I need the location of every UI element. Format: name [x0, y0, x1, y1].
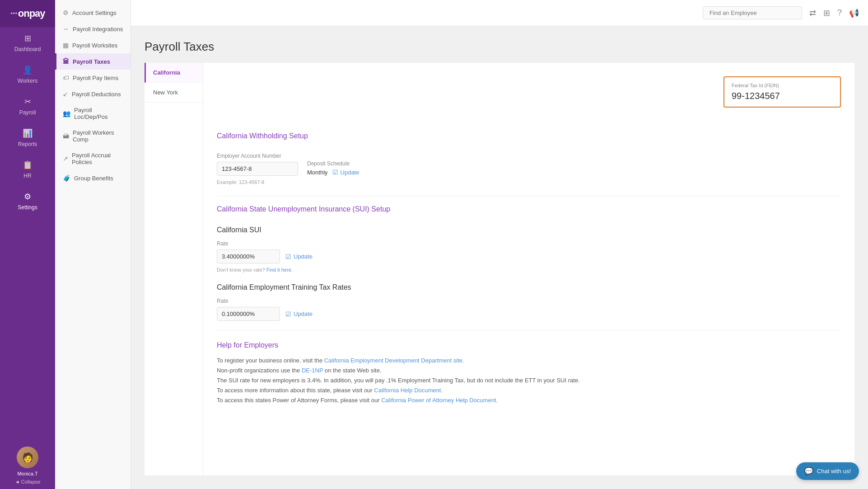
transfer-icon[interactable]: ⇄: [809, 8, 816, 18]
sidebar-secondary-item-payroll-integrations[interactable]: ↔ Payroll Integrations: [55, 21, 131, 37]
pay-items-icon: 🏷: [63, 74, 69, 81]
sui-rate-label: Rate: [217, 240, 841, 247]
sidebar-secondary-item-payroll-worksites[interactable]: ▦ Payroll Worksites: [55, 37, 131, 53]
avatar: 🧑: [17, 447, 38, 468]
ettr-subsection-title: California Employment Training Tax Rates: [217, 283, 841, 292]
fein-value: 99-1234567: [732, 91, 833, 101]
ettr-rate-label: Rate: [217, 298, 841, 304]
sidebar-item-dashboard[interactable]: ⊞ Dashboard: [0, 27, 55, 59]
deposit-schedule-label: Deposit Schedule: [307, 160, 359, 167]
sui-help-text: Don't know your rate? Find it here.: [217, 267, 841, 273]
help-divider: [217, 330, 841, 330]
sidebar-item-workers[interactable]: 👤 Workers: [0, 59, 55, 90]
grid-icon[interactable]: ⊞: [823, 8, 830, 18]
help-para-5: To access this states Power of Attorney …: [217, 397, 381, 404]
deposit-schedule-section: Deposit Schedule Monthly ☑ Update: [307, 160, 359, 176]
sidebar-item-label: Workers: [18, 78, 37, 84]
loc-dep-pos-icon: 👥: [63, 110, 70, 117]
content-layout: California New York Federal Tax Id (FEIN…: [145, 63, 854, 475]
ettr-rate-input[interactable]: [217, 307, 280, 321]
workers-comp-icon: 🏔: [63, 132, 69, 140]
ettr-rate-row: ☑ Update: [217, 307, 841, 321]
sidebar-item-label: Dashboard: [14, 46, 41, 52]
state-tab-new-york[interactable]: New York: [145, 83, 203, 103]
sui-rate-input[interactable]: [217, 249, 280, 263]
main-sidebar: ···onpay ⊞ Dashboard 👤 Workers ✂ Payroll…: [0, 0, 55, 489]
employer-account-input[interactable]: [217, 162, 298, 176]
payroll-icon: ✂: [24, 97, 31, 107]
find-employee-input[interactable]: [703, 6, 802, 19]
check-icon-sui: ☑: [285, 253, 291, 260]
sidebar-item-hr[interactable]: 📋 HR: [0, 154, 55, 185]
settings-icon: ⚙: [24, 192, 31, 202]
taxes-icon: 🏛: [63, 58, 69, 65]
check-icon: ☑: [332, 169, 338, 176]
sidebar-secondary-item-payroll-accrual-policies[interactable]: ↗ Payroll Accrual Policies: [55, 147, 131, 170]
sidebar-item-settings[interactable]: ⚙ Settings: [0, 185, 55, 217]
check-icon-ettr: ☑: [285, 310, 291, 318]
main-area: ⇄ ⊞ ? 📢 Payroll Taxes California New Yor…: [131, 0, 868, 489]
user-name: Monica.T: [17, 471, 37, 476]
state-tabs: California New York: [145, 63, 203, 475]
hr-icon: 📋: [23, 160, 33, 170]
sidebar-secondary-item-payroll-workers-comp[interactable]: 🏔 Payroll Workers Comp: [55, 125, 131, 147]
workers-icon: 👤: [23, 65, 33, 75]
employer-account-example: Example: 123-4567-8: [217, 179, 841, 185]
sui-section-header: California State Unemployment Insurance …: [217, 205, 841, 217]
employer-account-label: Employer Account Number: [217, 153, 298, 159]
fein-label: Federal Tax Id (FEIN): [732, 83, 833, 88]
sidebar-item-label: Reports: [18, 141, 37, 147]
sidebar-item-payroll[interactable]: ✂ Payroll: [0, 90, 55, 122]
employer-account-field: Employer Account Number: [217, 153, 298, 176]
withholding-section-header: California Withholding Setup: [217, 132, 841, 144]
sidebar-secondary-item-payroll-deductions[interactable]: ↙ Payroll Deductions: [55, 86, 131, 102]
section-divider: [217, 196, 841, 196]
content-panel: Federal Tax Id (FEIN) 99-1234567 Califor…: [203, 63, 854, 475]
logo-text: ···onpay: [10, 8, 45, 19]
help-para-2: Non-profit organizations use the: [217, 367, 302, 374]
ettr-update-button[interactable]: ☑ Update: [285, 310, 313, 318]
help-text-body: To register your business online, visit …: [217, 356, 841, 405]
ettr-rate-group: Rate ☑ Update: [217, 298, 841, 321]
de-1np-link[interactable]: DE-1NP: [302, 367, 323, 374]
dashboard-icon: ⊞: [24, 33, 31, 43]
find-here-link[interactable]: Find it here.: [266, 267, 293, 273]
state-tab-california[interactable]: California: [145, 63, 203, 83]
help-para-3: The SUI rate for new employers is 3.4%. …: [217, 377, 580, 384]
sui-rate-row: ☑ Update: [217, 249, 841, 263]
megaphone-icon[interactable]: 📢: [849, 8, 859, 18]
help-icon[interactable]: ?: [837, 8, 842, 18]
help-para-4: To access more information about this st…: [217, 387, 374, 394]
sidebar-item-label: Payroll: [19, 109, 36, 116]
collapse-button[interactable]: ◄ Collapse: [15, 479, 41, 484]
chat-icon: 💬: [804, 467, 813, 475]
help-section: Help for Employers To register your busi…: [217, 341, 841, 405]
deductions-icon: ↙: [63, 90, 68, 98]
sidebar-secondary-item-payroll-pay-items[interactable]: 🏷 Payroll Pay Items: [55, 70, 131, 86]
chat-label: Chat with us!: [817, 468, 851, 475]
sidebar-bottom: 🧑 Monica.T ◄ Collapse: [0, 447, 55, 489]
help-para-2b: on the state Web site.: [325, 367, 382, 374]
chat-button[interactable]: 💬 Chat with us!: [796, 462, 859, 480]
avatar-image: 🧑: [17, 447, 38, 468]
sidebar-item-label: HR: [23, 173, 31, 179]
sidebar-secondary-item-payroll-loc-dep-pos[interactable]: 👥 Payroll Loc/Dep/Pos: [55, 102, 131, 125]
help-para-1: To register your business online, visit …: [217, 357, 324, 364]
sidebar-item-reports[interactable]: 📊 Reports: [0, 122, 55, 154]
sidebar-secondary-item-payroll-taxes[interactable]: 🏛 Payroll Taxes: [55, 53, 131, 70]
sui-rate-group: Rate ☑ Update: [217, 240, 841, 263]
ca-emp-dev-link[interactable]: California Employment Development Depart…: [324, 357, 464, 364]
ca-poa-link[interactable]: California Power of Attorney Help Docume…: [381, 397, 498, 404]
logo: ···onpay: [0, 0, 55, 27]
sui-update-button[interactable]: ☑ Update: [285, 253, 313, 260]
ca-help-doc-link[interactable]: California Help Document.: [374, 387, 443, 394]
withholding-update-button[interactable]: ☑ Update: [332, 169, 359, 176]
sidebar-secondary-item-account-settings[interactable]: ⚙ Account Settings: [55, 5, 131, 21]
withholding-field-row: Employer Account Number Deposit Schedule…: [217, 153, 841, 176]
help-title: Help for Employers: [217, 341, 841, 349]
fein-box: Federal Tax Id (FEIN) 99-1234567: [723, 76, 841, 108]
deposit-schedule-value: Monthly: [307, 169, 328, 176]
accrual-icon: ↗: [63, 155, 68, 162]
content-area: Payroll Taxes California New York Federa…: [131, 26, 868, 489]
sidebar-secondary-item-group-benefits[interactable]: 🧳 Group Benefits: [55, 170, 131, 186]
